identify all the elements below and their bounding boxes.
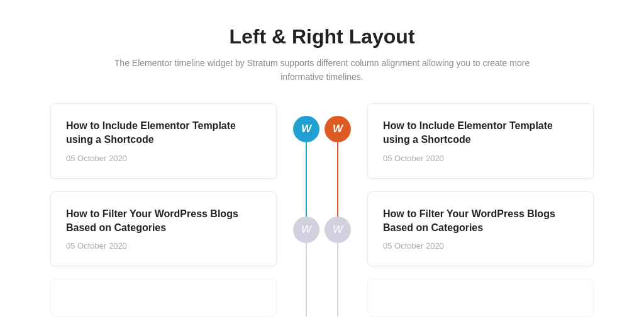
card-date-left-2: 05 October 2020 [66,241,261,251]
icon-orange[interactable]: W [325,116,351,142]
page-wrapper: Left & Right Layout The Elementor timeli… [0,0,644,328]
timeline: How to Include Elementor Template using … [38,103,606,317]
page-title: Left & Right Layout [38,25,606,48]
line-bottom-left [306,243,307,317]
center-column: W W W W [286,103,358,317]
page-subtitle: The Elementor timeline widget by Stratum… [108,56,536,84]
card-left-1[interactable]: How to Include Elementor Template using … [50,103,277,179]
card-right-3-partial[interactable] [367,279,594,317]
line-mid-1-right [337,142,338,217]
card-title-left-2: How to Filter Your WordPress Blogs Based… [66,207,261,235]
line-mid-1-left [306,142,307,217]
icon-blue[interactable]: W [293,116,319,142]
line-bottom-right [337,243,338,317]
line-pre-1-left [306,103,307,116]
icon-gray-left[interactable]: W [293,217,319,243]
card-date-right-1: 05 October 2020 [383,154,578,163]
wp-symbol-gray-left: W [301,223,311,236]
left-column: How to Include Elementor Template using … [38,103,286,317]
card-left-3-partial[interactable] [50,279,277,317]
left-icon-col: W W [293,103,319,317]
card-right-1[interactable]: How to Include Elementor Template using … [367,103,594,179]
page-header: Left & Right Layout The Elementor timeli… [38,25,606,84]
wp-symbol-blue: W [301,123,311,135]
right-column: How to Include Elementor Template using … [358,103,606,317]
card-title-right-1: How to Include Elementor Template using … [383,119,578,147]
card-date-right-2: 05 October 2020 [383,241,578,251]
card-title-left-1: How to Include Elementor Template using … [66,119,261,147]
line-pre-1-right [337,103,338,116]
card-title-right-2: How to Filter Your WordPress Blogs Based… [383,207,578,235]
wp-symbol-orange: W [333,123,343,135]
card-right-2[interactable]: How to Filter Your WordPress Blogs Based… [367,191,594,267]
card-date-left-1: 05 October 2020 [66,154,261,163]
card-left-2[interactable]: How to Filter Your WordPress Blogs Based… [50,191,277,267]
icon-gray-right[interactable]: W [325,217,351,243]
right-icon-col: W W [325,103,351,317]
wp-symbol-gray-right: W [333,223,343,236]
